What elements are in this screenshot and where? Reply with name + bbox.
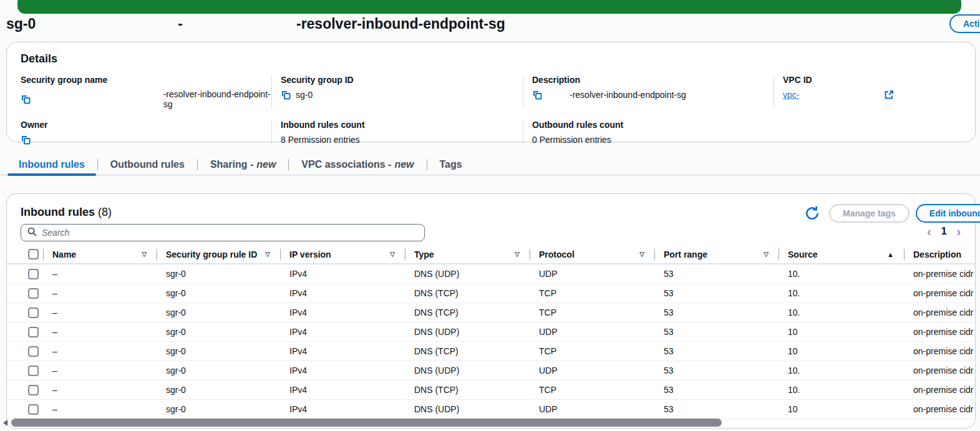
column-header-type[interactable]: Type▽ [405, 245, 530, 263]
field-outbound-count: Outbound rules count 0 Permission entrie… [523, 120, 774, 145]
security-group-name-value: -resolver-inbound-endpoint-sg [163, 89, 271, 109]
table-row: – sgr-0 IPv4 DNS (UDP) UDP 53 10. on-pre… [7, 264, 976, 284]
field-inbound-count: Inbound rules count 8 Permission entries [271, 120, 523, 145]
field-security-group-name: Security group name -resolver-inbound-en… [21, 75, 271, 109]
refresh-icon[interactable] [804, 205, 820, 221]
actions-button[interactable]: Actions [949, 14, 980, 33]
pagination-prev-icon[interactable]: ‹ [927, 225, 931, 238]
pagination-current-page[interactable]: 1 [941, 226, 947, 237]
column-header-rule-id[interactable]: Security group rule ID▽ [157, 245, 280, 263]
pagination: ‹ 1 › [927, 225, 961, 238]
page-title: sg-0 - -resolver-inbound-endpoint-sg [6, 14, 505, 34]
edit-inbound-rules-button[interactable]: Edit inbound rules [916, 204, 980, 223]
page-title-dash: - [178, 16, 183, 32]
outbound-count-value: 0 Permission entries [532, 135, 611, 145]
column-header-source[interactable]: Source▲ [779, 245, 904, 263]
tab-sharing[interactable]: Sharing - new [198, 154, 288, 175]
row-checkbox[interactable] [28, 327, 39, 337]
sort-ascending-icon[interactable]: ▲ [887, 251, 894, 258]
select-all-checkbox[interactable] [28, 249, 39, 259]
field-description: Description -resolver-inbound-endpoint-s… [523, 75, 774, 109]
row-checkbox[interactable] [28, 269, 39, 279]
details-heading: Details [21, 52, 961, 65]
manage-tags-button[interactable]: Manage tags [829, 204, 910, 223]
inbound-rules-table: Name▽ Security group rule ID▽ IP version… [7, 245, 976, 419]
tab-outbound-rules[interactable]: Outbound rules [98, 154, 197, 175]
sort-icon[interactable]: ▽ [142, 251, 147, 258]
field-security-group-id: Security group ID sg-0 [271, 75, 523, 109]
select-all-cell [7, 245, 43, 263]
page-title-suffix: -resolver-inbound-endpoint-sg [296, 16, 505, 32]
horizontal-scrollbar [0, 419, 980, 427]
security-group-id-value: sg-0 [296, 90, 313, 100]
copy-icon[interactable] [21, 94, 31, 104]
sort-icon[interactable]: ▽ [515, 251, 520, 258]
new-badge: new [394, 159, 414, 170]
table-row: – sgr-0 IPv4 DNS (TCP) TCP 53 10 on-prem… [7, 342, 976, 361]
row-checkbox[interactable] [28, 366, 39, 376]
scrollbar-thumb[interactable] [11, 419, 722, 427]
sort-icon[interactable]: ▽ [639, 251, 644, 258]
sort-icon[interactable]: ▽ [390, 251, 395, 258]
copy-icon[interactable] [281, 90, 291, 100]
scroll-left-icon[interactable] [3, 420, 7, 426]
search-icon [27, 227, 37, 239]
row-checkbox[interactable] [28, 288, 39, 299]
search-input[interactable] [42, 225, 424, 241]
row-checkbox[interactable] [28, 404, 39, 415]
column-header-ip-version[interactable]: IP version▽ [280, 245, 405, 263]
copy-icon[interactable] [532, 90, 542, 100]
tab-tags[interactable]: Tags [427, 154, 475, 175]
page-title-prefix: sg-0 [6, 16, 36, 32]
column-header-port-range[interactable]: Port range▽ [654, 245, 779, 263]
field-vpc-id: VPC ID vpc- [774, 75, 961, 109]
sort-icon[interactable]: ▽ [764, 251, 769, 258]
search-box [21, 224, 425, 241]
table-header-row: Name▽ Security group rule ID▽ IP version… [7, 245, 976, 264]
inbound-count-value: 8 Permission entries [281, 135, 360, 145]
table-row: – sgr-0 IPv4 DNS (UDP) UDP 53 10 on-prem… [7, 322, 976, 342]
description-value: -resolver-inbound-endpoint-sg [570, 90, 686, 100]
tab-vpc-associations[interactable]: VPC associations - new [289, 154, 426, 175]
inbound-rules-panel: Inbound rules (8) Manage tags Edit inbou… [6, 193, 976, 429]
new-badge: new [256, 159, 276, 170]
row-checkbox[interactable] [28, 385, 39, 395]
pagination-next-icon[interactable]: › [957, 225, 961, 238]
details-panel: Details Security group name -resolver-in… [6, 42, 976, 142]
empty-cell [774, 120, 961, 145]
tab-bar: Inbound rules Outbound rules Sharing - n… [0, 154, 980, 175]
row-checkbox[interactable] [28, 346, 39, 357]
column-header-protocol[interactable]: Protocol▽ [530, 245, 654, 263]
vpc-id-link[interactable]: vpc- [783, 90, 799, 100]
field-owner: Owner [21, 120, 271, 145]
tab-inbound-rules[interactable]: Inbound rules [6, 154, 97, 175]
table-row: – sgr-0 IPv4 DNS (UDP) UDP 53 10. on-pre… [7, 361, 976, 380]
table-row: – sgr-0 IPv4 DNS (TCP) TCP 53 10. on-pre… [7, 380, 976, 400]
rules-count: (8) [98, 206, 112, 218]
sort-icon[interactable]: ▽ [265, 251, 270, 258]
table-row: – sgr-0 IPv4 DNS (UDP) UDP 53 10 on-prem… [7, 400, 976, 419]
column-header-description[interactable]: Description [904, 245, 976, 263]
table-row: – sgr-0 IPv4 DNS (TCP) TCP 53 10. on-pre… [7, 284, 976, 303]
column-header-name[interactable]: Name▽ [43, 245, 157, 263]
row-checkbox[interactable] [28, 308, 39, 318]
external-link-icon[interactable] [884, 90, 894, 100]
copy-icon[interactable] [21, 135, 31, 145]
flash-success-bar [17, 0, 961, 14]
inbound-rules-heading: Inbound rules (8) [21, 206, 112, 219]
table-row: – sgr-0 IPv4 DNS (TCP) TCP 53 10. on-pre… [7, 303, 976, 322]
